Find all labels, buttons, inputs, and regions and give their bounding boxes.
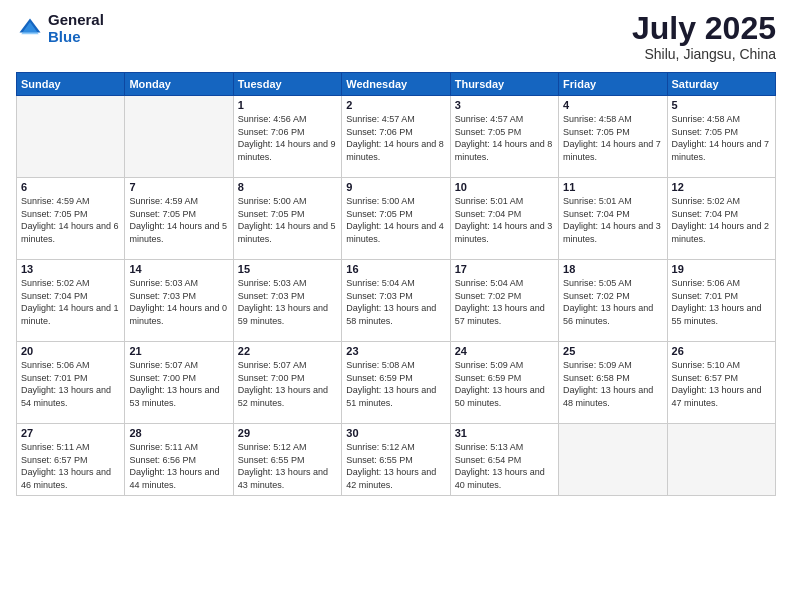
day-detail: Sunrise: 5:12 AMSunset: 6:55 PMDaylight:… [238,441,337,491]
week-row-3: 13Sunrise: 5:02 AMSunset: 7:04 PMDayligh… [17,260,776,342]
week-row-4: 20Sunrise: 5:06 AMSunset: 7:01 PMDayligh… [17,342,776,424]
weekday-header-row: SundayMondayTuesdayWednesdayThursdayFrid… [17,73,776,96]
weekday-header-tuesday: Tuesday [233,73,341,96]
day-cell [667,424,775,496]
day-number: 9 [346,181,445,193]
day-number: 6 [21,181,120,193]
day-cell: 5Sunrise: 4:58 AMSunset: 7:05 PMDaylight… [667,96,775,178]
day-detail: Sunrise: 5:02 AMSunset: 7:04 PMDaylight:… [21,277,120,327]
day-cell: 4Sunrise: 4:58 AMSunset: 7:05 PMDaylight… [559,96,667,178]
day-detail: Sunrise: 5:12 AMSunset: 6:55 PMDaylight:… [346,441,445,491]
day-number: 28 [129,427,228,439]
weekday-header-monday: Monday [125,73,233,96]
day-cell: 23Sunrise: 5:08 AMSunset: 6:59 PMDayligh… [342,342,450,424]
day-number: 1 [238,99,337,111]
day-cell: 10Sunrise: 5:01 AMSunset: 7:04 PMDayligh… [450,178,558,260]
day-detail: Sunrise: 5:09 AMSunset: 6:58 PMDaylight:… [563,359,662,409]
day-number: 21 [129,345,228,357]
day-cell: 20Sunrise: 5:06 AMSunset: 7:01 PMDayligh… [17,342,125,424]
day-detail: Sunrise: 5:03 AMSunset: 7:03 PMDaylight:… [129,277,228,327]
day-cell: 14Sunrise: 5:03 AMSunset: 7:03 PMDayligh… [125,260,233,342]
logo-general-text: General [48,12,104,29]
day-number: 29 [238,427,337,439]
weekday-header-wednesday: Wednesday [342,73,450,96]
day-cell [125,96,233,178]
day-detail: Sunrise: 5:02 AMSunset: 7:04 PMDaylight:… [672,195,771,245]
day-cell: 24Sunrise: 5:09 AMSunset: 6:59 PMDayligh… [450,342,558,424]
day-detail: Sunrise: 5:01 AMSunset: 7:04 PMDaylight:… [563,195,662,245]
day-number: 13 [21,263,120,275]
day-cell: 2Sunrise: 4:57 AMSunset: 7:06 PMDaylight… [342,96,450,178]
day-cell: 16Sunrise: 5:04 AMSunset: 7:03 PMDayligh… [342,260,450,342]
day-detail: Sunrise: 4:59 AMSunset: 7:05 PMDaylight:… [129,195,228,245]
day-cell: 21Sunrise: 5:07 AMSunset: 7:00 PMDayligh… [125,342,233,424]
day-number: 19 [672,263,771,275]
day-cell: 12Sunrise: 5:02 AMSunset: 7:04 PMDayligh… [667,178,775,260]
day-number: 11 [563,181,662,193]
day-detail: Sunrise: 5:13 AMSunset: 6:54 PMDaylight:… [455,441,554,491]
day-cell [17,96,125,178]
logo-icon [16,15,44,43]
day-detail: Sunrise: 4:57 AMSunset: 7:05 PMDaylight:… [455,113,554,163]
day-detail: Sunrise: 4:57 AMSunset: 7:06 PMDaylight:… [346,113,445,163]
day-number: 27 [21,427,120,439]
day-cell: 13Sunrise: 5:02 AMSunset: 7:04 PMDayligh… [17,260,125,342]
day-detail: Sunrise: 4:58 AMSunset: 7:05 PMDaylight:… [672,113,771,163]
day-detail: Sunrise: 5:09 AMSunset: 6:59 PMDaylight:… [455,359,554,409]
weekday-header-friday: Friday [559,73,667,96]
day-cell: 6Sunrise: 4:59 AMSunset: 7:05 PMDaylight… [17,178,125,260]
day-number: 30 [346,427,445,439]
day-detail: Sunrise: 5:04 AMSunset: 7:02 PMDaylight:… [455,277,554,327]
day-cell: 30Sunrise: 5:12 AMSunset: 6:55 PMDayligh… [342,424,450,496]
day-cell: 29Sunrise: 5:12 AMSunset: 6:55 PMDayligh… [233,424,341,496]
title-area: July 2025 Shilu, Jiangsu, China [632,12,776,62]
week-row-5: 27Sunrise: 5:11 AMSunset: 6:57 PMDayligh… [17,424,776,496]
day-cell: 27Sunrise: 5:11 AMSunset: 6:57 PMDayligh… [17,424,125,496]
day-cell: 3Sunrise: 4:57 AMSunset: 7:05 PMDaylight… [450,96,558,178]
weekday-header-saturday: Saturday [667,73,775,96]
logo-blue-text: Blue [48,29,104,46]
page: General Blue July 2025 Shilu, Jiangsu, C… [0,0,792,612]
day-number: 20 [21,345,120,357]
weekday-header-thursday: Thursday [450,73,558,96]
day-detail: Sunrise: 5:05 AMSunset: 7:02 PMDaylight:… [563,277,662,327]
day-cell: 26Sunrise: 5:10 AMSunset: 6:57 PMDayligh… [667,342,775,424]
day-number: 15 [238,263,337,275]
day-cell: 15Sunrise: 5:03 AMSunset: 7:03 PMDayligh… [233,260,341,342]
day-number: 2 [346,99,445,111]
day-cell: 8Sunrise: 5:00 AMSunset: 7:05 PMDaylight… [233,178,341,260]
day-cell: 25Sunrise: 5:09 AMSunset: 6:58 PMDayligh… [559,342,667,424]
day-cell: 7Sunrise: 4:59 AMSunset: 7:05 PMDaylight… [125,178,233,260]
day-number: 24 [455,345,554,357]
day-detail: Sunrise: 5:11 AMSunset: 6:57 PMDaylight:… [21,441,120,491]
day-number: 23 [346,345,445,357]
day-cell: 11Sunrise: 5:01 AMSunset: 7:04 PMDayligh… [559,178,667,260]
day-number: 8 [238,181,337,193]
day-detail: Sunrise: 5:10 AMSunset: 6:57 PMDaylight:… [672,359,771,409]
day-detail: Sunrise: 5:01 AMSunset: 7:04 PMDaylight:… [455,195,554,245]
day-number: 31 [455,427,554,439]
day-number: 14 [129,263,228,275]
day-detail: Sunrise: 4:56 AMSunset: 7:06 PMDaylight:… [238,113,337,163]
day-number: 26 [672,345,771,357]
logo: General Blue [16,12,104,45]
day-detail: Sunrise: 5:06 AMSunset: 7:01 PMDaylight:… [672,277,771,327]
day-detail: Sunrise: 5:06 AMSunset: 7:01 PMDaylight:… [21,359,120,409]
day-number: 17 [455,263,554,275]
week-row-2: 6Sunrise: 4:59 AMSunset: 7:05 PMDaylight… [17,178,776,260]
day-number: 12 [672,181,771,193]
logo-text: General Blue [48,12,104,45]
day-cell: 1Sunrise: 4:56 AMSunset: 7:06 PMDaylight… [233,96,341,178]
day-detail: Sunrise: 5:07 AMSunset: 7:00 PMDaylight:… [238,359,337,409]
day-detail: Sunrise: 5:00 AMSunset: 7:05 PMDaylight:… [346,195,445,245]
day-detail: Sunrise: 5:03 AMSunset: 7:03 PMDaylight:… [238,277,337,327]
header: General Blue July 2025 Shilu, Jiangsu, C… [16,12,776,62]
location: Shilu, Jiangsu, China [632,46,776,62]
day-cell: 31Sunrise: 5:13 AMSunset: 6:54 PMDayligh… [450,424,558,496]
day-number: 5 [672,99,771,111]
day-number: 18 [563,263,662,275]
weekday-header-sunday: Sunday [17,73,125,96]
month-title: July 2025 [632,12,776,44]
day-number: 3 [455,99,554,111]
day-number: 7 [129,181,228,193]
